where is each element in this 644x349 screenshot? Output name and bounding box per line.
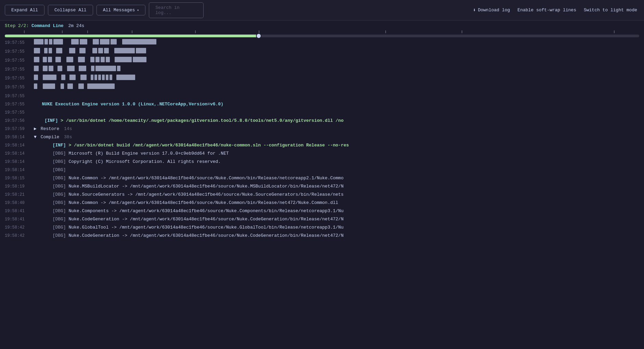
expand-icon[interactable]: ▼ — [34, 134, 37, 140]
log-timestamp: 19:57:55 — [5, 75, 34, 82]
log-content — [34, 75, 639, 83]
log-timestamp: 19:58:41 — [5, 207, 34, 215]
log-content: [INF] > /usr/bin/dotnet build /mnt/agent… — [34, 142, 639, 149]
log-dbg-badge: [DBG] — [34, 192, 66, 197]
log-content: [DBG] Nuke.MSBuildLocator -> /mnt/agent/… — [34, 183, 639, 190]
log-timestamp: 19:57:55 — [5, 92, 34, 100]
log-line: 19:57:55 — [0, 39, 644, 48]
switch-mode-button[interactable]: Switch to light mode — [582, 5, 639, 15]
log-line: 19:58:14 ▼ Compile 38s — [0, 133, 644, 141]
log-content: [DBG] — [34, 166, 639, 174]
log-content: [DBG] Copyright (C) Microsoft Corporatio… — [34, 158, 639, 166]
log-content: [DBG] Nuke.GlobalTool -> /mnt/agent/work… — [34, 224, 639, 231]
log-line: 19:57:55 NUKE Execution Engine version 1… — [0, 100, 644, 108]
log-timestamp: 19:58:40 — [5, 199, 34, 207]
log-content: [DBG] Nuke.Common -> /mnt/agent/work/630… — [34, 199, 639, 207]
log-dbg-text: Nuke.Common -> /mnt/agent/work/63014a48e… — [68, 200, 338, 205]
download-icon: ⬇ — [473, 7, 476, 13]
log-dbg-text: Nuke.GlobalTool -> /mnt/agent/work/63014… — [68, 225, 344, 230]
log-dbg-text: Microsoft (R) Build Engine version 17.0.… — [68, 151, 229, 156]
log-line: 19:57:55 — [0, 65, 644, 74]
log-line: 19:58:14 [DBG] Copyright (C) Microsoft C… — [0, 158, 644, 166]
log-content: ▶ Restore 14s — [34, 125, 639, 133]
log-cmd: > /usr/bin/dotnet build /mnt/agent/work/… — [68, 143, 349, 148]
log-line: 19:58:40 [DBG] Nuke.Common -> /mnt/agent… — [0, 199, 644, 207]
collapse-icon[interactable]: ▶ — [34, 126, 37, 131]
log-dbg-text: Nuke.Common -> /mnt/agent/work/63014a48e… — [68, 176, 344, 181]
log-line: 19:58:14 [DBG] Microsoft (R) Build Engin… — [0, 150, 644, 158]
log-dbg-badge: [DBG] — [34, 208, 66, 214]
progress-bar[interactable] — [5, 35, 639, 37]
log-line: 19:57:56 [INF] > /usr/bin/dotnet /home/t… — [0, 117, 644, 125]
log-dbg-text: Nuke.Components -> /mnt/agent/work/63014… — [68, 208, 344, 214]
log-dbg-badge: [DBG] — [34, 225, 66, 230]
progress-bar-thumb — [256, 33, 261, 39]
log-line: 19:58:14 [DBG] — [0, 166, 644, 174]
log-line: 19:58:19 [DBG] Nuke.MSBuildLocator -> /m… — [0, 182, 644, 191]
log-dbg-badge: [DBG] — [34, 200, 66, 205]
log-line: 19:58:41 [DBG] Nuke.CodeGeneration -> /m… — [0, 215, 644, 223]
log-timestamp: 19:57:55 — [5, 48, 34, 55]
log-line: 19:58:41 [DBG] Nuke.Components -> /mnt/a… — [0, 207, 644, 215]
log-line: 19:58:15 [DBG] Nuke.Common -> /mnt/agent… — [0, 174, 644, 182]
log-dbg-badge: [DBG] — [34, 159, 66, 164]
log-timestamp: 19:58:42 — [5, 232, 34, 240]
log-content: [DBG] Nuke.SourceGenerators -> /mnt/agen… — [34, 191, 639, 198]
log-timestamp: 19:58:19 — [5, 183, 34, 190]
log-timestamp: 19:58:41 — [5, 216, 34, 223]
log-dbg-text: Nuke.SourceGenerators -> /mnt/agent/work… — [68, 192, 344, 197]
section-label: Restore — [41, 126, 60, 131]
log-inf-badge: [INF] — [34, 118, 58, 123]
log-inf-badge: [INF] — [34, 143, 66, 148]
log-line: 19:57:55 — [0, 74, 644, 83]
step-duration: 2m 24s — [68, 23, 84, 28]
log-line: 19:58:42 [DBG] Nuke.CodeGeneration -> /m… — [0, 232, 644, 240]
log-timestamp: 19:57:55 — [5, 39, 34, 47]
log-timestamp: 19:57:55 — [5, 66, 34, 73]
log-line: 19:58:21 [DBG] Nuke.SourceGenerators -> … — [0, 191, 644, 199]
nuke-engine-text: NUKE Execution Engine version 1.0.0 (Lin… — [34, 101, 639, 108]
log-line: 19:57:55 — [0, 108, 644, 117]
log-content: [DBG] Nuke.Common -> /mnt/agent/work/630… — [34, 174, 639, 182]
progress-area: Step 2/2: Command Line 2m 24s — [0, 21, 644, 39]
log-timestamp: 19:58:42 — [5, 224, 34, 231]
all-messages-label: All Messages — [103, 8, 135, 13]
log-content — [34, 57, 639, 65]
log-dbg-badge: [DBG] — [34, 151, 66, 156]
download-log-label: Download log — [478, 8, 510, 13]
log-timestamp: 19:57:55 — [5, 57, 34, 64]
log-timestamp: 19:58:14 — [5, 150, 34, 157]
log-line: 19:57:55 — [0, 92, 644, 100]
log-content — [34, 109, 639, 116]
toolbar: Expand All Collapse All All Messages ▾ S… — [0, 0, 644, 21]
log-content: [DBG] Nuke.Components -> /mnt/agent/work… — [34, 207, 639, 215]
step-label: Step 2/2: Command Line 2m 24s — [5, 23, 639, 28]
log-content — [34, 66, 639, 74]
log-dbg-badge: [DBG] — [34, 167, 66, 172]
all-messages-button[interactable]: All Messages ▾ — [96, 5, 146, 15]
log-content — [34, 39, 639, 47]
log-content — [34, 83, 639, 92]
log-content: [DBG] Nuke.CodeGeneration -> /mnt/agent/… — [34, 232, 639, 240]
log-content: [DBG] Nuke.CodeGeneration -> /mnt/agent/… — [34, 216, 639, 223]
expand-all-button[interactable]: Expand All — [5, 5, 44, 15]
progress-bar-fill — [5, 35, 259, 37]
log-timestamp: 19:57:55 — [5, 101, 34, 108]
log-timestamp: 19:57:55 — [5, 109, 34, 116]
log-timestamp: 19:58:15 — [5, 174, 34, 182]
log-cmd: > /usr/bin/dotnet /home/teamcity/.nuget/… — [61, 118, 344, 123]
log-timestamp: 19:57:59 — [5, 125, 34, 133]
log-timestamp: 19:58:21 — [5, 191, 34, 198]
log-timestamp: 19:57:55 — [5, 83, 34, 91]
step-name: Command Line — [31, 23, 64, 28]
log-area: 19:57:55 19:57:55 — [0, 39, 644, 349]
collapse-all-button[interactable]: Collapse All — [48, 5, 93, 15]
log-line: 19:58:42 [DBG] Nuke.GlobalTool -> /mnt/a… — [0, 223, 644, 232]
log-line: 19:57:55 — [0, 83, 644, 92]
search-button[interactable]: Search in log... — [149, 2, 204, 18]
enable-soft-wrap-button[interactable]: Enable soft-wrap lines — [515, 5, 578, 15]
log-dbg-badge: [DBG] — [34, 176, 66, 181]
log-line: 19:57:55 — [0, 56, 644, 65]
log-timestamp: 19:58:14 — [5, 166, 34, 174]
download-log-button[interactable]: ⬇ Download log — [471, 5, 512, 15]
